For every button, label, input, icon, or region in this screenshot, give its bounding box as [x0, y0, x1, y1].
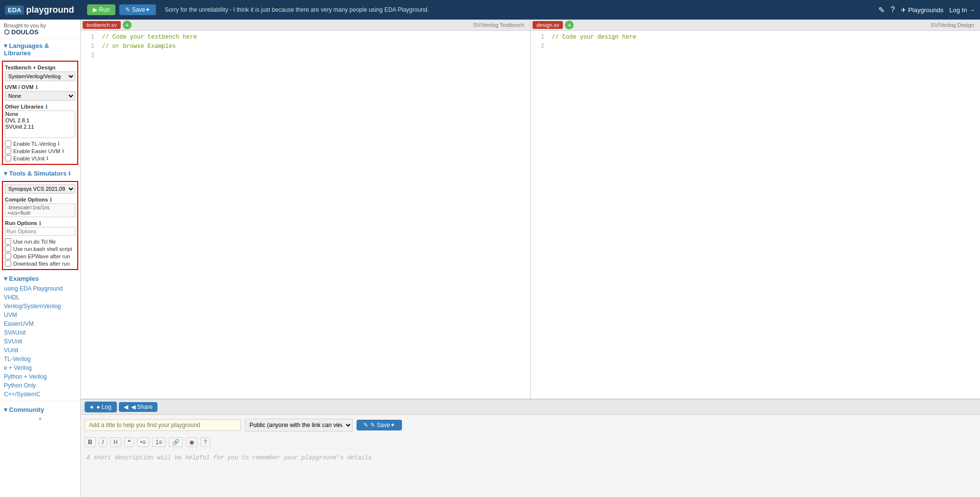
example-link-vunit[interactable]: VUnit — [0, 346, 80, 355]
example-link-python-only[interactable]: Python Only — [0, 381, 80, 390]
enable-tl-verilog-label: Enable TL-Verilog — [13, 141, 56, 147]
editors-row: testbench.sv + SV/Verilog Testbench 1 //… — [81, 20, 980, 399]
run-options-input[interactable] — [5, 227, 75, 236]
quote-button[interactable]: ❝ — [124, 437, 134, 447]
design-code-line-1: 1 // Code your design here — [535, 33, 976, 42]
example-link-easieruvm[interactable]: EasierUVM — [0, 319, 80, 328]
tools-info-icon[interactable]: ℹ — [68, 171, 70, 176]
example-link-cpp-systemc[interactable]: C++/SystemC — [0, 390, 80, 399]
bottom-save-button[interactable]: ✎ ✎ Save✦ — [356, 420, 402, 430]
easier-uvm-info-icon[interactable]: ℹ — [62, 148, 64, 154]
description-editor-toolbar: B I H ❝ •≡ 1≡ 🔗 ◉ ? — [85, 435, 976, 450]
example-link-svunit[interactable]: SVUnit — [0, 337, 80, 346]
doulos-logo: ⬡ DOULOS — [4, 28, 76, 36]
right-editor-add-tab[interactable]: + — [565, 21, 574, 29]
design-code-comment-1: // Code your design here — [552, 34, 636, 41]
enable-tl-verilog-checkbox[interactable] — [5, 140, 11, 147]
open-epwave-checkbox[interactable] — [5, 253, 11, 259]
bottom-tabs: ● ● Log ◀ ◀ Share — [81, 400, 980, 415]
right-code-area[interactable]: 1 // Code your design here 2 — [531, 31, 980, 399]
example-link-verilog[interactable]: Verilog/SystemVerilog — [0, 302, 80, 311]
enable-easier-uvm-checkbox-item: Enable Easier UVM ℹ — [5, 147, 75, 155]
compile-options-value: -timescale=1ns/1ns +vcs+flush — [5, 203, 75, 217]
example-link-python-verilog[interactable]: Python + Verilog — [0, 372, 80, 381]
left-code-area[interactable]: 1 // Code your testbench here 2 // or br… — [81, 31, 530, 399]
run-options-label-row: Run Options ℹ — [5, 219, 75, 227]
right-editor-label: SV/Verilog Design — [931, 22, 978, 28]
sidebar-divider — [0, 401, 80, 401]
sidebar-brand: Brought to you by ⬡ DOULOS — [0, 20, 80, 39]
examples-links-list: using EDA Playground VHDL Verilog/System… — [0, 284, 80, 399]
download-files-checkbox[interactable] — [5, 260, 11, 267]
playgrounds-label: Playgrounds — [908, 6, 943, 14]
left-editor-label: SV/Verilog Testbench — [473, 22, 528, 28]
enable-easier-uvm-checkbox[interactable] — [5, 148, 11, 154]
description-placeholder[interactable]: A short description will be helpful for … — [85, 452, 976, 463]
image-button[interactable]: ◉ — [186, 437, 198, 447]
enable-tl-verilog-checkbox-item: Enable TL-Verilog ℹ — [5, 140, 75, 147]
vunit-info-icon[interactable]: ℹ — [46, 156, 48, 161]
example-link-e-verilog[interactable]: e + Verilog — [0, 363, 80, 372]
tools-simulators-section: Synopsys VCS 2021.09 ModelSim Icarus Ver… — [2, 181, 78, 270]
navbar: EDA playground ▶ Run ✎ Save✦ Sorry for t… — [0, 0, 980, 20]
visibility-select[interactable]: Public (anyone with the link can view) P… — [245, 419, 353, 431]
code-comment-2: // or browse Examples — [102, 43, 176, 50]
download-files-checkbox-item: Download files after run — [5, 260, 75, 267]
heading-button[interactable]: H — [110, 437, 121, 447]
run-options-info-icon[interactable]: ℹ — [39, 221, 41, 226]
open-epwave-checkbox-item: Open EPWave after run — [5, 252, 75, 260]
design-tab[interactable]: design.sv — [533, 21, 563, 29]
unordered-list-button[interactable]: •≡ — [137, 437, 149, 447]
community-section-header[interactable]: ▾ Community — [0, 403, 80, 415]
testbench-design-label: Testbench + Design — [5, 64, 75, 71]
tools-section-header[interactable]: ▾ Tools & Simulators ℹ — [0, 167, 80, 179]
uvm-ovm-select[interactable]: None UVM 1.1 UVM 1.2 — [5, 91, 75, 101]
example-link-vhdl[interactable]: VHDL — [0, 293, 80, 302]
compile-options-info-icon[interactable]: ℹ — [50, 197, 52, 203]
login-link[interactable]: Log In → — [949, 6, 975, 14]
use-run-do-checkbox-item: Use run.do Tcl file — [5, 238, 75, 245]
example-link-tl-verilog[interactable]: TL-Verilog — [0, 355, 80, 363]
left-editor: testbench.sv + SV/Verilog Testbench 1 //… — [81, 20, 531, 399]
ordered-list-button[interactable]: 1≡ — [152, 437, 166, 447]
example-link-using-eda[interactable]: using EDA Playground — [0, 284, 80, 293]
examples-section-header[interactable]: ▾ Examples — [0, 272, 80, 284]
log-tab[interactable]: ● ● Log — [85, 402, 117, 412]
testbench-design-section: Testbench + Design SystemVerilog/Verilog… — [2, 61, 78, 165]
pencil-icon: ✎ — [363, 422, 368, 429]
left-editor-add-tab[interactable]: + — [123, 21, 132, 29]
link-button[interactable]: 🔗 — [169, 437, 183, 447]
code-line-2: 2 // or browse Examples — [85, 42, 526, 51]
share-tab[interactable]: ◀ ◀ Share — [119, 402, 157, 412]
uvm-info-icon[interactable]: ℹ — [36, 85, 38, 90]
help-icon-button[interactable]: ? — [891, 5, 895, 14]
notification-text: Sorry for the unreliability - I think it… — [160, 6, 874, 13]
bottom-content: Public (anyone with the link can view) P… — [81, 415, 980, 497]
testbench-tab[interactable]: testbench.sv — [83, 21, 121, 29]
edit-icon-button[interactable]: ✎ — [878, 5, 885, 15]
use-run-do-checkbox[interactable] — [5, 238, 11, 245]
help-toolbar-button[interactable]: ? — [200, 437, 211, 447]
playgrounds-icon: ✈ — [901, 6, 906, 14]
italic-button[interactable]: I — [99, 437, 107, 447]
logo-area: EDA playground — [5, 5, 83, 15]
testbench-design-select[interactable]: SystemVerilog/Verilog VHDL Verilog Syste… — [5, 71, 75, 81]
left-editor-tab-bar: testbench.sv + SV/Verilog Testbench — [81, 20, 530, 31]
other-libraries-listbox[interactable]: None OVL 2.8.1 SVUnit 2.11 — [5, 111, 75, 138]
simulator-select[interactable]: Synopsys VCS 2021.09 ModelSim Icarus Ver… — [5, 184, 75, 194]
playgrounds-link[interactable]: ✈ Playgrounds — [901, 6, 943, 14]
save-button[interactable]: ✎ Save✦ — [119, 4, 156, 15]
log-dot-icon: ● — [90, 404, 93, 410]
tl-verilog-info-icon[interactable]: ℹ — [58, 141, 60, 146]
run-button[interactable]: ▶ Run — [87, 4, 115, 15]
example-link-svaunit[interactable]: SVAUnit — [0, 328, 80, 337]
other-libraries-info-icon[interactable]: ℹ — [45, 104, 47, 110]
title-input[interactable] — [85, 419, 241, 431]
main-layout: Brought to you by ⬡ DOULOS ▾ Languages &… — [0, 20, 980, 497]
example-link-uvm[interactable]: UVM — [0, 311, 80, 319]
enable-vunit-checkbox[interactable] — [5, 155, 11, 161]
languages-section-header[interactable]: ▾ Languages & Libraries — [0, 39, 80, 59]
code-comment-1: // Code your testbench here — [102, 34, 197, 41]
use-run-bash-checkbox[interactable] — [5, 246, 11, 252]
bold-button[interactable]: B — [85, 437, 96, 447]
